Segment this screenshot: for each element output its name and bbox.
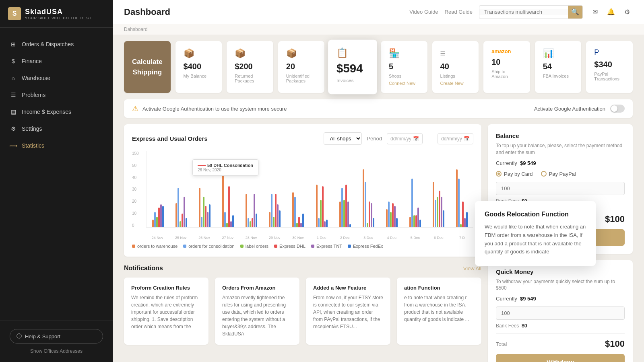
- chart-bar: [209, 204, 211, 227]
- legend-dot: [274, 245, 277, 248]
- video-guide-link[interactable]: Video Guide: [409, 9, 438, 15]
- chart-bar: [417, 208, 419, 227]
- legend-dot: [183, 245, 186, 248]
- chart-bar: [277, 204, 279, 227]
- chart-bar: [152, 220, 154, 227]
- chart-bar: [326, 220, 328, 227]
- chart-controls: All shops Period dd/mm/yy 📅 — dd/mm/yy 📅: [324, 132, 473, 145]
- chart-bar: [413, 215, 415, 227]
- sidebar-item-statistics[interactable]: ⟿ Statistics: [0, 137, 113, 154]
- chart-bar: [341, 188, 343, 227]
- problems-label: Problems: [22, 92, 45, 98]
- settings-icon: ⚙: [10, 125, 17, 132]
- x-axis-label: 5 Dec: [404, 236, 426, 240]
- view-all-link[interactable]: View All: [463, 265, 481, 272]
- chart-bar: [456, 169, 458, 227]
- orders-label: Orders & Dispatches: [22, 41, 74, 47]
- balance-sum-input[interactable]: [496, 182, 625, 195]
- pay-paypal-radio[interactable]: [541, 171, 547, 177]
- quick-money-sum-input[interactable]: [496, 306, 625, 320]
- messages-icon[interactable]: ✉: [589, 6, 601, 18]
- balance-icon: 📦: [184, 48, 194, 59]
- fba-card[interactable]: 📊 54 FBA Invoices: [535, 41, 582, 93]
- notification-card[interactable]: Orders From AmazonAmazon revetly tighten…: [215, 278, 299, 345]
- listings-card[interactable]: ≡ 40 Listings Create New: [432, 41, 479, 93]
- pay-card-option[interactable]: Pay by Card: [496, 171, 533, 177]
- sidebar-item-settings[interactable]: ⚙ Settings: [0, 120, 113, 137]
- unidentified-icon: 📦: [286, 48, 297, 59]
- notifications-icon[interactable]: 🔔: [605, 6, 617, 18]
- legend-dot: [240, 245, 244, 248]
- chart-bar: [203, 197, 204, 227]
- shop-filter-select[interactable]: All shops: [324, 132, 362, 145]
- content-area: Calculate Shipping 📦 $400 My Balance 📦 $…: [113, 35, 644, 362]
- create-new-link[interactable]: Create New: [440, 81, 464, 86]
- header-links: Video Guide Read Guide: [409, 9, 473, 15]
- paypal-icon: P: [594, 48, 599, 57]
- quick-money-desc: To withdraw your payments quickly select…: [496, 278, 625, 292]
- unidentified-label: Unidentified Packages: [286, 74, 317, 83]
- connect-new-link[interactable]: Connect New: [389, 81, 415, 86]
- unidentified-card[interactable]: 📦 20 Unidentified Packages: [278, 41, 325, 93]
- y-0: 0: [132, 223, 144, 228]
- problems-icon: ☰: [10, 91, 17, 99]
- calculate-shipping-card[interactable]: Calculate Shipping: [124, 41, 171, 93]
- chart-bar: [365, 182, 366, 227]
- logo-name: SkladUSA: [25, 8, 92, 16]
- date-from-input[interactable]: dd/mm/yy 📅: [387, 133, 423, 144]
- chart-y-axis: 150 50 40 30 20 10 0: [132, 151, 144, 228]
- paypal-card[interactable]: P $340 PayPal Transactions: [586, 41, 633, 93]
- notif-text: e to note that when creating r from a wa…: [404, 294, 474, 323]
- fba-label: FBA Invoices: [543, 74, 569, 78]
- chart-bar: [349, 224, 351, 227]
- x-axis-label: 29 Nov: [263, 236, 286, 240]
- y-20: 20: [132, 199, 144, 204]
- chart-bar: [363, 169, 364, 227]
- amazon-card[interactable]: amazon 10 Ship to Amazon: [483, 41, 530, 93]
- x-axis-label: 4 Dec: [380, 236, 403, 240]
- shops-card[interactable]: 🏪 5 Shops Connect New: [381, 41, 427, 93]
- chart-bar: [207, 212, 208, 227]
- logo-icon: S: [8, 7, 21, 20]
- auth-toggle[interactable]: [610, 105, 625, 113]
- chart-x-labels: 24 Nov25 Nov26 Nov27 Nov28 Nov29 Nov30 N…: [146, 236, 473, 240]
- chart-bar: [256, 214, 257, 227]
- chart-bar: [419, 220, 421, 227]
- search-button[interactable]: 🔍: [568, 5, 582, 19]
- chart-group: [404, 151, 427, 227]
- show-offices-link[interactable]: Show Offices Addresses: [10, 348, 103, 354]
- breadcrumb: Dahsboard: [113, 24, 644, 35]
- legend-item: Express TNT: [311, 244, 342, 249]
- sidebar-item-warehouse[interactable]: ⌂ Warehouse: [0, 70, 113, 86]
- pay-card-radio[interactable]: [496, 171, 502, 177]
- pay-paypal-option[interactable]: Pay PayPal: [541, 171, 576, 177]
- balance-card[interactable]: 📦 $400 My Balance: [175, 41, 222, 93]
- date-to-input[interactable]: dd/mm/yy 📅: [438, 133, 473, 144]
- chart-bar: [373, 218, 374, 227]
- notification-card[interactable]: Proform Creation RulesWe remind the rule…: [124, 278, 208, 345]
- y-50: 50: [132, 163, 144, 168]
- overlay-text: We would like to note that when creating…: [485, 223, 586, 256]
- chart-bar: [464, 218, 466, 227]
- invoices-card[interactable]: 📋 $594 Invoices: [328, 40, 377, 94]
- sidebar-item-problems[interactable]: ☰ Problems: [0, 86, 113, 103]
- chart-bar: [201, 217, 202, 227]
- sidebar-item-finance[interactable]: $ Finance: [0, 53, 113, 70]
- chart-bar: [205, 206, 206, 227]
- period-label: Period: [367, 136, 382, 142]
- chart-bar: [292, 192, 294, 227]
- notification-card[interactable]: Added a New FeatureFrom now on, if your …: [306, 278, 390, 345]
- warehouse-icon: ⌂: [10, 74, 17, 82]
- settings-gear-icon[interactable]: ⚙: [621, 6, 633, 18]
- notification-card[interactable]: ation Functione to note that when creati…: [397, 278, 481, 345]
- sidebar-item-income[interactable]: ▤ Income $ Expenses: [0, 103, 113, 120]
- withdraw-button[interactable]: Withdraw: [496, 354, 625, 362]
- sidebar-item-orders[interactable]: ⊞ Orders & Dispatches: [0, 36, 113, 53]
- read-guide-link[interactable]: Read Guide: [445, 9, 473, 15]
- chart-bar: [460, 224, 462, 227]
- returned-card[interactable]: 📦 $200 Returned Packages: [227, 41, 273, 93]
- search-input[interactable]: [479, 9, 568, 15]
- chart-bar: [458, 179, 460, 227]
- help-support-button[interactable]: ⓘ Help & Support: [10, 329, 103, 343]
- amazon-label: Ship to Amazon: [491, 69, 522, 79]
